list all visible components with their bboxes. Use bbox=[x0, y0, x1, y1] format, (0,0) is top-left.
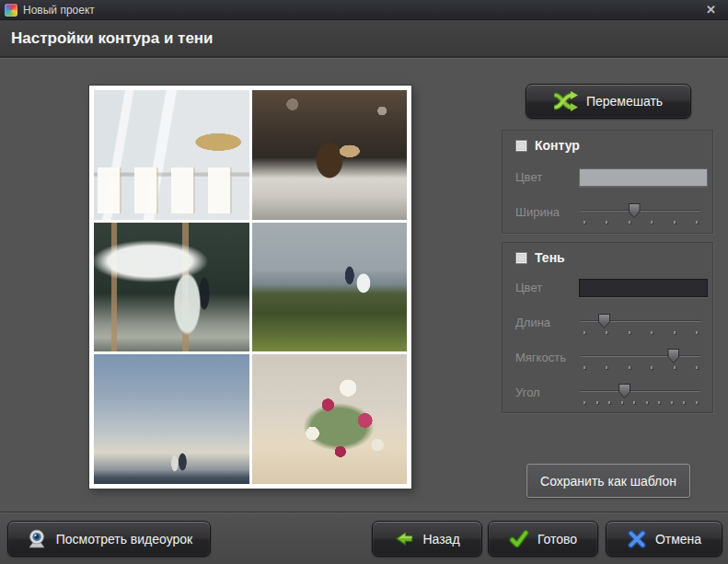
webcam-icon bbox=[26, 528, 48, 550]
shadow-group: Тень Цвет Длина Мягкость Угол bbox=[502, 242, 713, 413]
slider-thumb[interactable] bbox=[667, 349, 679, 363]
shadow-group-title: Тень bbox=[535, 250, 565, 265]
contour-group-title: Контур bbox=[535, 138, 580, 153]
contour-color-label: Цвет bbox=[515, 168, 542, 187]
shadow-softness-label: Мягкость bbox=[515, 349, 566, 367]
shadow-softness-slider[interactable] bbox=[581, 347, 700, 372]
dialog-window: Новый проект ✕ Настройки контура и тени bbox=[0, 0, 728, 564]
shuffle-label: Перемешать bbox=[586, 94, 663, 109]
slider-thumb[interactable] bbox=[598, 314, 610, 328]
photo-tile[interactable] bbox=[252, 223, 408, 352]
shadow-angle-slider[interactable] bbox=[581, 382, 700, 407]
slider-track bbox=[581, 390, 700, 391]
checkmark-icon bbox=[509, 529, 529, 549]
shuffle-button[interactable]: Перемешать bbox=[526, 84, 691, 119]
photo-tile[interactable] bbox=[252, 354, 408, 484]
slider-ticks bbox=[584, 401, 698, 404]
shadow-color-label: Цвет bbox=[515, 279, 542, 297]
slider-thumb[interactable] bbox=[618, 384, 630, 398]
shadow-color-swatch[interactable] bbox=[579, 279, 708, 297]
cancel-label: Отмена bbox=[655, 532, 701, 547]
collage-preview bbox=[89, 86, 411, 489]
shadow-length-label: Длина bbox=[515, 314, 550, 332]
arrow-left-icon bbox=[394, 529, 414, 549]
slider-ticks bbox=[584, 366, 698, 369]
slider-thumb[interactable] bbox=[629, 203, 641, 218]
window-title: Новый проект bbox=[23, 4, 95, 17]
photo-tile[interactable] bbox=[252, 90, 408, 220]
photo-tile[interactable] bbox=[94, 90, 249, 220]
video-tutorial-label: Посмотреть видеоурок bbox=[56, 532, 192, 547]
photo-tile[interactable] bbox=[94, 354, 249, 484]
contour-width-slider[interactable] bbox=[581, 201, 700, 226]
footer-bar: Посмотреть видеоурок Назад Готово bbox=[0, 512, 728, 564]
titlebar: Новый проект ✕ bbox=[0, 0, 728, 20]
cancel-button[interactable]: Отмена bbox=[606, 521, 722, 557]
shadow-angle-label: Угол bbox=[515, 384, 540, 402]
slider-track bbox=[581, 355, 700, 356]
contour-width-label: Ширина bbox=[515, 203, 560, 222]
save-template-button[interactable]: Сохранить как шаблон bbox=[526, 464, 690, 498]
shadow-length-slider[interactable] bbox=[581, 312, 700, 337]
photo-tile[interactable] bbox=[94, 223, 249, 352]
dialog-header: Настройки контура и тени bbox=[0, 20, 728, 57]
contour-color-swatch[interactable] bbox=[579, 168, 708, 187]
shuffle-icon bbox=[554, 91, 578, 111]
back-label: Назад bbox=[422, 532, 459, 547]
done-button[interactable]: Готово bbox=[488, 521, 598, 557]
slider-ticks bbox=[584, 331, 698, 334]
content-area: Перемешать Контур Цвет Ширина Тень Цвет bbox=[0, 57, 728, 512]
back-button[interactable]: Назад bbox=[372, 521, 482, 557]
page-title: Настройки контура и тени bbox=[11, 29, 214, 48]
slider-track bbox=[581, 210, 700, 211]
video-tutorial-button[interactable]: Посмотреть видеоурок bbox=[7, 521, 211, 557]
shadow-checkbox[interactable] bbox=[515, 252, 527, 264]
blue-x-icon bbox=[627, 529, 647, 549]
close-icon[interactable]: ✕ bbox=[706, 3, 716, 17]
app-icon bbox=[5, 4, 17, 17]
contour-group: Контур Цвет Ширина bbox=[502, 130, 713, 234]
contour-checkbox[interactable] bbox=[515, 140, 527, 152]
done-label: Готово bbox=[537, 532, 577, 547]
slider-ticks bbox=[584, 221, 698, 224]
